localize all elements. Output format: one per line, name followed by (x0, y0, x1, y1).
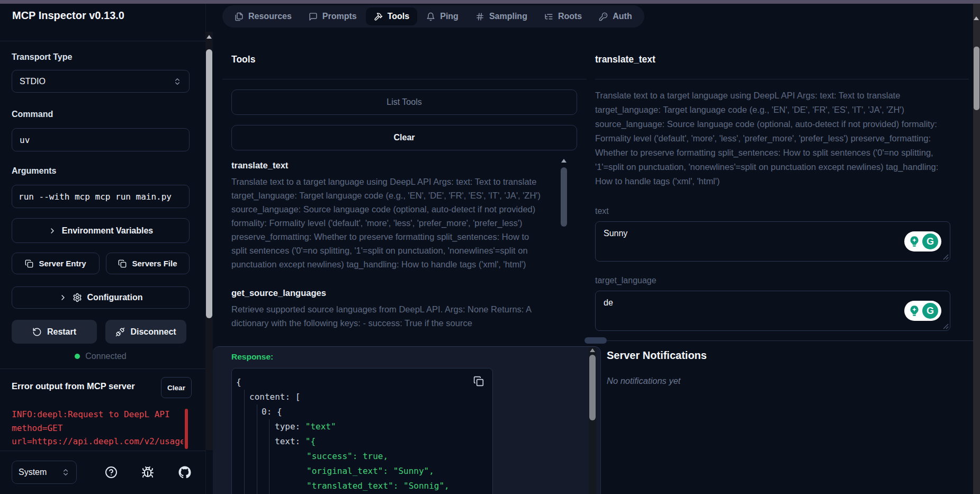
status-dot (75, 354, 80, 359)
server-notifications-title: Server Notifications (607, 349, 707, 362)
grammarly-bulb-icon (907, 304, 921, 318)
scrollbar-horizontal-thumb[interactable] (585, 337, 607, 344)
arguments-label: Arguments (12, 166, 56, 176)
scroll-up-arrow[interactable] (590, 348, 595, 352)
divider (601, 340, 973, 341)
help-icon[interactable] (105, 466, 118, 479)
grammarly-widget[interactable]: G (904, 231, 941, 252)
response-scrollbar-thumb[interactable] (589, 355, 596, 420)
tab-tools[interactable]: Tools (366, 7, 417, 25)
json-line: "success": true, (232, 449, 492, 464)
chevron-right-icon (59, 293, 67, 302)
chevron-right-icon (48, 227, 57, 235)
error-line: INFO:deepl:Request to DeepL API (12, 408, 183, 421)
divider (0, 41, 205, 41)
copy-response-button[interactable] (473, 376, 484, 387)
list-tools-button[interactable]: List Tools (231, 89, 577, 115)
environment-variables-button[interactable]: Environment Variables (12, 218, 190, 243)
tab-prompts[interactable]: Prompts (301, 5, 365, 28)
json-line: "original_text": "Sunny", (232, 464, 492, 479)
response-label: Response: (231, 352, 273, 362)
connection-status: Connected (12, 352, 190, 361)
theme-select[interactable]: System (12, 461, 77, 484)
transport-type-select[interactable]: STDIO (12, 70, 190, 93)
json-line: "translated_text": "Sonnig", (232, 479, 492, 493)
tool-name: get_source_languages (231, 288, 560, 298)
divider (0, 451, 205, 451)
tab-sampling[interactable]: Sampling (467, 5, 535, 28)
tool-list-item[interactable]: get_source_languagesRetrieve supported s… (231, 288, 560, 330)
restart-button[interactable]: Restart (12, 320, 97, 344)
command-value: uv (20, 135, 30, 145)
clear-tools-button[interactable]: Clear (231, 125, 577, 150)
tool-list-scrollbar[interactable] (560, 158, 568, 346)
github-icon[interactable] (178, 466, 191, 479)
bug-icon[interactable] (141, 466, 154, 479)
response-scrollbar[interactable] (589, 347, 596, 494)
tab-label: Sampling (489, 12, 527, 21)
tab-resources[interactable]: Resources (227, 5, 300, 28)
field-input-target_language[interactable]: deG (595, 291, 950, 331)
field-label-target_language: target_language (595, 276, 950, 285)
restart-icon (32, 327, 42, 337)
resize-handle[interactable] (943, 324, 949, 329)
tool-description: Translate text to a target language usin… (231, 175, 547, 271)
sidebar: MCP Inspector v0.13.0 Transport Type STD… (0, 0, 206, 494)
tree-icon (544, 12, 553, 21)
error-clear-label: Clear (167, 384, 185, 392)
tab-label: Roots (558, 12, 582, 21)
tab-label: Auth (613, 12, 632, 21)
environment-variables-label: Environment Variables (62, 226, 154, 236)
json-line: content: [ (232, 390, 492, 405)
command-label: Command (12, 110, 53, 119)
sidebar-scrollbar[interactable] (205, 32, 213, 450)
hash-icon (475, 12, 484, 21)
tab-label: Ping (440, 12, 458, 21)
grammarly-widget[interactable]: G (904, 301, 941, 321)
arguments-input[interactable]: run --with mcp mcp run main.py (12, 185, 190, 208)
divider (0, 369, 205, 369)
error-clear-button[interactable]: Clear (161, 377, 192, 398)
list-tools-label: List Tools (386, 97, 421, 107)
error-output-header: Error output from MCP server (12, 381, 135, 391)
tool-name: translate_text (231, 160, 560, 170)
copy-icon (118, 259, 127, 268)
scroll-up-arrow[interactable] (206, 35, 212, 39)
tab-auth[interactable]: Auth (591, 5, 640, 28)
disconnect-icon (115, 327, 125, 337)
sidebar-scrollbar-thumb[interactable] (206, 49, 212, 318)
configuration-label: Configuration (87, 293, 143, 302)
tab-ping[interactable]: Ping (418, 5, 466, 28)
page-scrollbar-thumb[interactable] (974, 47, 979, 110)
app-title: MCP Inspector v0.13.0 (12, 10, 124, 22)
scroll-up-arrow[interactable] (561, 159, 567, 163)
field-input-text[interactable]: SunnyG (595, 221, 950, 262)
error-output-scrollbar[interactable] (185, 409, 188, 449)
page-scrollbar[interactable] (973, 4, 980, 494)
json-line: type: "text" (232, 419, 492, 434)
servers-file-button[interactable]: Servers File (106, 253, 190, 274)
disconnect-button[interactable]: Disconnect (105, 320, 186, 344)
tab-label: Prompts (322, 12, 357, 21)
bell-icon (426, 12, 435, 21)
tool-list-scrollbar-thumb[interactable] (561, 167, 567, 227)
resize-handle[interactable] (943, 254, 949, 260)
theme-value: System (19, 468, 47, 477)
configuration-button[interactable]: Configuration (12, 286, 190, 309)
server-entry-label: Server Entry (39, 259, 86, 268)
json-line: 0: { (232, 405, 492, 419)
key-icon (599, 12, 608, 21)
tool-list-item[interactable]: translate_textTranslate text to a target… (231, 160, 560, 271)
grammarly-bulb-icon (907, 235, 921, 248)
transport-type-label: Transport Type (12, 52, 72, 62)
tab-label: Resources (248, 12, 292, 21)
error-line: url=https://api.deepl.com/v2/usage (12, 435, 183, 448)
field-value: Sunny (604, 229, 627, 238)
tab-roots[interactable]: Roots (536, 5, 590, 28)
gear-icon (73, 293, 82, 302)
scroll-up-arrow[interactable] (974, 16, 979, 20)
command-input[interactable]: uv (12, 128, 190, 151)
server-entry-button[interactable]: Server Entry (12, 253, 100, 274)
restart-label: Restart (47, 327, 76, 337)
chevrons-up-down-icon (61, 468, 70, 477)
